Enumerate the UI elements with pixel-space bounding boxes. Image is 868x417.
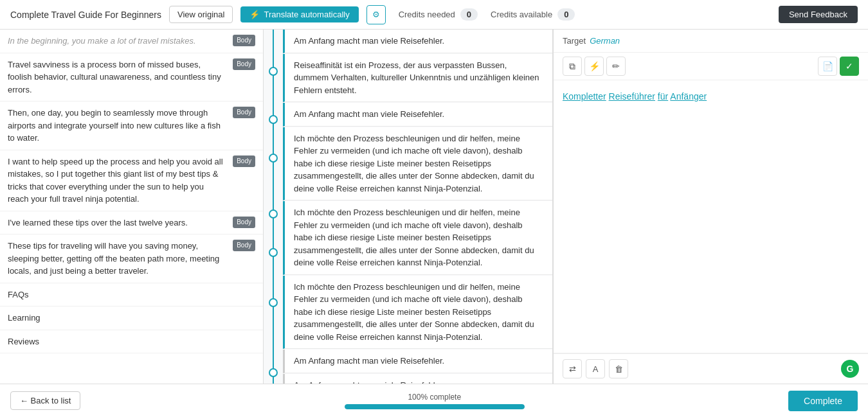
- copy-button[interactable]: ⧉: [563, 57, 582, 76]
- credits-needed-section: Credits needed 0: [399, 8, 478, 21]
- source-text: I want to help speed up the process and …: [8, 155, 230, 206]
- settings-button[interactable]: ⚙: [366, 5, 386, 24]
- timeline-dots: [264, 30, 283, 384]
- translation-panel: Am Anfang macht man viele Reisefehler.Re…: [283, 30, 553, 384]
- view-original-button[interactable]: View original: [169, 6, 233, 23]
- translation-row[interactable]: Ich möchte den Prozess beschleunigen und…: [283, 276, 552, 350]
- source-row: In the beginning, you make a lot of trav…: [0, 30, 263, 53]
- source-row: I want to help speed up the process and …: [0, 150, 263, 211]
- timeline-dot: [269, 209, 278, 218]
- translation-row[interactable]: Am Anfang macht man viele Reisefehler.: [283, 103, 552, 127]
- source-row: Then, one day, you begin to seamlessly m…: [0, 102, 263, 150]
- body-badge: Body: [233, 240, 255, 251]
- complete-button[interactable]: Complete: [788, 391, 858, 411]
- body-badge: Body: [233, 155, 255, 167]
- editor-content[interactable]: Kompletter Reiseführer für Anfänger: [554, 80, 868, 353]
- translate-automatically-button[interactable]: ⚡ Translate automatically: [240, 6, 358, 22]
- translation-row[interactable]: Ich möchte den Prozess beschleunigen und…: [283, 201, 552, 275]
- translation-row[interactable]: Am Anfang macht man viele Reisefehler.: [283, 350, 552, 373]
- timeline-dot: [269, 67, 278, 76]
- source-text: I've learned these tips over the last tw…: [8, 217, 230, 229]
- source-text-panel: In the beginning, you make a lot of trav…: [0, 30, 264, 384]
- editor-toolbar: ⧉ ⚡ ✏ 📄 ✓: [554, 53, 868, 80]
- timeline-dot: [269, 368, 278, 377]
- body-badge: Body: [233, 35, 255, 46]
- source-row: I've learned these tips over the last tw…: [0, 211, 263, 235]
- progress-bar-background: [345, 404, 525, 409]
- source-text: Learning: [8, 312, 255, 324]
- translation-row[interactable]: Am Anfang macht man viele Reisefehler.: [283, 374, 552, 384]
- editor-link-2[interactable]: Reiseführer: [609, 91, 655, 102]
- credits-available-label: Credits available: [491, 10, 552, 19]
- source-text: Travel savviness is a process born of mi…: [8, 58, 230, 96]
- source-row: Reviews: [0, 330, 263, 354]
- credits-available-value: 0: [557, 8, 575, 21]
- target-language: German: [590, 36, 620, 46]
- bolt-icon: ⚡: [249, 10, 260, 19]
- credits-needed-value: 0: [460, 8, 478, 21]
- app-header: Complete Travel Guide For Beginners View…: [0, 0, 868, 30]
- source-row: These tips for traveling will have you s…: [0, 235, 263, 283]
- translation-row[interactable]: Am Anfang macht man viele Reisefehler.: [283, 30, 552, 53]
- timeline-panel: [264, 30, 283, 384]
- progress-bar-fill: [345, 404, 525, 409]
- bottom-bar: ← Back to list 100% complete Complete: [0, 384, 868, 417]
- grammarly-icon: G: [841, 360, 859, 378]
- source-row: Learning: [0, 306, 263, 330]
- source-row: FAQs: [0, 283, 263, 307]
- timeline-dot: [269, 298, 278, 307]
- source-text: These tips for traveling will have you s…: [8, 240, 230, 278]
- gear-icon: ⚙: [372, 10, 380, 19]
- document-title: Complete Travel Guide For Beginners: [10, 10, 161, 20]
- timeline-dot: [269, 115, 278, 124]
- clear-button[interactable]: ✏: [606, 57, 626, 76]
- editor-panel: Target German ⧉ ⚡ ✏ 📄 ✓ Kompletter Reise…: [553, 30, 868, 384]
- translate-back-button[interactable]: ⇄: [563, 359, 582, 378]
- delete-translation-button[interactable]: 🗑: [609, 359, 628, 378]
- timeline-dot: [269, 248, 278, 257]
- credits-available-section: Credits available 0: [491, 8, 575, 21]
- source-text: In the beginning, you make a lot of trav…: [8, 35, 230, 48]
- language-switch-button[interactable]: A: [586, 359, 605, 378]
- editor-header: Target German: [554, 30, 868, 53]
- progress-section: 100% complete: [106, 393, 763, 409]
- source-text: Then, one day, you begin to seamlessly m…: [8, 107, 230, 145]
- editor-link-1[interactable]: Kompletter: [563, 91, 606, 102]
- source-text: Reviews: [8, 335, 255, 348]
- editor-link-3[interactable]: für: [658, 91, 668, 102]
- source-text: FAQs: [8, 288, 255, 301]
- body-badge: Body: [233, 107, 255, 118]
- auto-translate-button[interactable]: ⚡: [584, 57, 604, 76]
- editor-link-4[interactable]: Anfänger: [670, 91, 707, 102]
- timeline-dot: [269, 154, 278, 163]
- back-to-list-button[interactable]: ← Back to list: [10, 391, 80, 410]
- main-content-area: In the beginning, you make a lot of trav…: [0, 30, 868, 384]
- body-badge: Body: [233, 217, 255, 228]
- translation-row[interactable]: Reiseaffinität ist ein Prozess, der aus …: [283, 54, 552, 103]
- credits-needed-label: Credits needed: [399, 10, 455, 19]
- send-feedback-button[interactable]: Send Feedback: [779, 6, 858, 23]
- document-view-button[interactable]: 📄: [818, 57, 837, 76]
- source-row: Travel savviness is a process born of mi…: [0, 53, 263, 102]
- confirm-button[interactable]: ✓: [840, 57, 859, 76]
- translation-row[interactable]: Ich möchte den Prozess beschleunigen und…: [283, 127, 552, 201]
- progress-label: 100% complete: [408, 393, 461, 402]
- editor-footer: ⇄ A 🗑 G: [554, 353, 868, 384]
- body-badge: Body: [233, 58, 255, 70]
- target-label: Target: [563, 36, 586, 46]
